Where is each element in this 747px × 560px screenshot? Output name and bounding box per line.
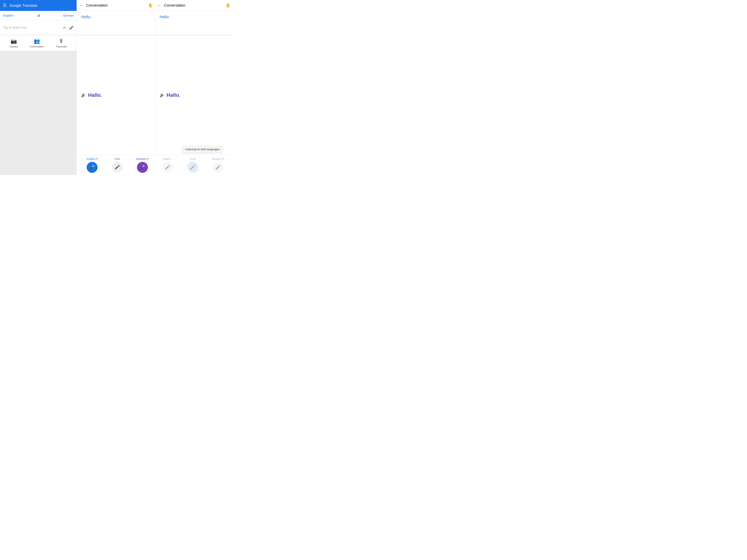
transcribe-label: Transcribe (56, 45, 67, 48)
english-mic-group: English ▾ 🎤 (79, 157, 105, 173)
deutsch-mic-group-2: Deutsch ▾ 🎤 (205, 157, 231, 173)
swap-languages-button[interactable]: ⇄ (37, 14, 40, 18)
app-logo: Google Translate (9, 3, 37, 8)
deutsch-lang-label-2: Deutsch ▾ (212, 157, 224, 160)
left-gray-area (0, 51, 76, 175)
transcribe-tool[interactable]: 🎙 Transcribe (56, 38, 67, 48)
main-content: 📷 Camera 👥 Conversation 🎙 Transcribe 🔊 H… (0, 35, 233, 175)
hand-icon-1[interactable]: ✋ (148, 3, 153, 8)
conv-header-1: ← Conversation ✋ (79, 3, 153, 8)
camera-icon: 📷 (10, 38, 17, 44)
mic-icon[interactable]: 🎤 (69, 26, 74, 30)
english-arrow: ▾ (96, 157, 98, 160)
hand-icon-2[interactable]: ✋ (226, 3, 231, 8)
input-icons: ✏ 🎤 (63, 26, 74, 30)
language-selector-bar: English ▾ ⇄ German (0, 11, 77, 20)
auto-label-text-2: Auto (190, 157, 196, 160)
msg-top-right-text: Hello. (160, 15, 170, 19)
source-language-label: English (3, 14, 12, 17)
toolbar: 📷 Camera 👥 Conversation 🎙 Transcribe (0, 35, 76, 51)
english-lang-label-2: Englis... (163, 157, 172, 160)
deutsch-arrow-2: ▾ (223, 157, 224, 160)
conversation-label: Conversation (30, 45, 44, 48)
conv-header-2: ← Conversation ✋ (153, 3, 231, 8)
conversation-tool[interactable]: 👥 Conversation (30, 38, 44, 48)
auto-lang-label: Auto (114, 157, 120, 160)
transcribe-icon: 🎙 (59, 38, 64, 44)
bottom-controls: Listening for both languages English ▾ 🎤… (77, 155, 233, 175)
listening-tooltip: Listening for both languages (182, 146, 223, 153)
auto-mic-group-2: Auto 🎤 (180, 157, 205, 173)
source-lang-arrow: ▾ (13, 15, 14, 17)
english-lang-label[interactable]: English ▾ (86, 157, 98, 160)
deutsch-lang-label[interactable]: Deutsch ▾ (136, 157, 149, 160)
hallo-messages: 🔊 Hallo. 🔊 Hallo. (77, 35, 233, 155)
hallo-left-text: Hallo. (88, 92, 102, 98)
camera-label: Camera (10, 45, 18, 48)
speaker-icon-right[interactable]: 🔊 (160, 93, 164, 98)
english-mic-button-2[interactable]: 🎤 (162, 162, 173, 172)
target-language-label: German (63, 14, 74, 17)
english-label-text: English (86, 157, 95, 160)
text-input-area: Tap to enter text ✏ 🎤 (0, 20, 77, 35)
msg-top-right: Hello. (155, 11, 233, 35)
target-language-button[interactable]: German (63, 14, 74, 17)
right-conversation-panel: 🔊 Hallo. 🔊 Hallo. Listening for both lan… (77, 35, 233, 175)
left-controls: English ▾ ⇄ German Tap to enter text ✏ 🎤 (0, 11, 77, 35)
english-mic-button[interactable]: 🎤 (87, 162, 98, 173)
auto-label-text: Auto (114, 157, 120, 160)
auto-mic-group: Auto 🎤 (105, 157, 130, 173)
msg-top-left-text: Hello. (81, 15, 92, 19)
deutsch-mic-group: Deutsch ▾ 🎤 (130, 157, 155, 173)
hallo-left: 🔊 Hallo. (77, 35, 155, 155)
lang-input-row: English ▾ ⇄ German Tap to enter text ✏ 🎤… (0, 11, 233, 35)
english-label-text-2: Englis... (163, 157, 172, 160)
msg-top-left: Hello. (77, 11, 155, 35)
conv-title-1: Conversation (86, 3, 145, 7)
right-top-messages: Hello. Hello. (77, 11, 233, 35)
translate-text: Translate (22, 3, 37, 8)
header: ☰ Google Translate ← Conversation ✋ ← Co… (0, 0, 233, 11)
tooltip-text: Listening for both languages (185, 148, 220, 151)
camera-tool[interactable]: 📷 Camera (10, 38, 18, 48)
back-button-1[interactable]: ← (79, 3, 83, 7)
pen-icon[interactable]: ✏ (63, 26, 66, 30)
hallo-right-text: Hallo. (167, 92, 181, 98)
deutsch-mic-button[interactable]: 🎤 (137, 162, 148, 173)
conversation-icon: 👥 (34, 38, 40, 44)
app-header: ☰ Google Translate (0, 0, 77, 11)
speaker-icon-left[interactable]: 🔊 (81, 93, 86, 98)
deutsch-label-text: Deutsch (136, 157, 146, 160)
tap-placeholder[interactable]: Tap to enter text (3, 26, 63, 29)
deutsch-arrow: ▾ (147, 157, 149, 160)
auto-lang-label-2: Auto (190, 157, 196, 160)
menu-icon[interactable]: ☰ (3, 3, 6, 8)
deutsch-label-text-2: Deutsch (212, 157, 222, 160)
left-panel: 📷 Camera 👥 Conversation 🎙 Transcribe (0, 35, 77, 175)
conv-title-2: Conversation (164, 3, 223, 7)
google-text: Google (9, 3, 21, 8)
auto-mic-button[interactable]: 🎤 (112, 162, 123, 172)
auto-mic-button-2[interactable]: 🎤 (187, 162, 198, 172)
english-mic-group-2: Englis... 🎤 (155, 157, 180, 173)
deutsch-mic-button-2[interactable]: 🎤 (212, 162, 224, 173)
back-button-2[interactable]: ← (157, 3, 161, 7)
conversation-headers: ← Conversation ✋ ← Conversation ✋ (77, 0, 233, 11)
hallo-right: 🔊 Hallo. (155, 35, 234, 155)
source-language-button[interactable]: English ▾ (3, 14, 14, 17)
